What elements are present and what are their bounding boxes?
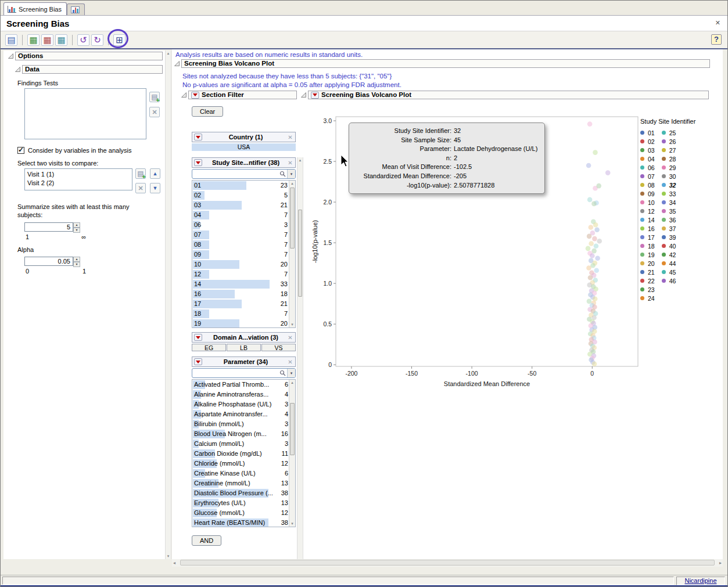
- scroll-up-icon[interactable]: ▴: [297, 158, 303, 163]
- data-table-green-icon[interactable]: ▦: [27, 34, 40, 46]
- spinner-up-icon[interactable]: ▴: [73, 257, 80, 262]
- tab-second-report[interactable]: [67, 3, 85, 15]
- data-point[interactable]: [589, 225, 594, 230]
- data-point[interactable]: [587, 299, 592, 304]
- scroll-left-icon[interactable]: ◂: [173, 560, 175, 566]
- legend-item[interactable]: 07: [640, 172, 655, 181]
- site-filter-row[interactable]: 1433: [192, 279, 295, 289]
- red-triangle-icon[interactable]: [194, 134, 202, 141]
- and-button[interactable]: AND: [192, 535, 221, 546]
- legend-item[interactable]: 35: [662, 207, 676, 215]
- legend-item[interactable]: 22: [640, 276, 655, 285]
- disclosure-icon[interactable]: [8, 53, 13, 59]
- data-point[interactable]: [594, 227, 600, 232]
- legend-item[interactable]: 37: [662, 224, 676, 233]
- legend-item[interactable]: 30: [662, 172, 676, 181]
- disclosure-icon[interactable]: [181, 92, 187, 98]
- site-filter-row[interactable]: 047: [192, 210, 295, 220]
- findings-tests-listbox[interactable]: [24, 88, 146, 139]
- parameter-filter-row[interactable]: Erythrocytes (U/L)13: [192, 498, 295, 508]
- visit-item[interactable]: Visit 1 (1): [25, 170, 132, 179]
- parameter-filter-row[interactable]: Glucose (mmol/L)12: [192, 508, 295, 518]
- volcano-plot-header[interactable]: Screening Bias Volcano Plot: [308, 91, 709, 99]
- legend-item[interactable]: 17: [640, 233, 655, 242]
- subjects-spinner[interactable]: ▴ ▾: [73, 222, 80, 232]
- rerun-back-icon[interactable]: ↺: [77, 34, 89, 46]
- filter-panel-scrollbar[interactable]: ▴ ▾: [297, 157, 303, 559]
- site-filter-row[interactable]: 0321: [192, 200, 295, 210]
- data-point[interactable]: [587, 197, 593, 203]
- parameter-filter-row[interactable]: Creatinine (mmol/L)13: [192, 478, 295, 488]
- legend-item[interactable]: 39: [662, 233, 676, 242]
- parameter-filter-row[interactable]: Activated Partial Thromb...6: [192, 380, 295, 390]
- legend-item[interactable]: 03: [640, 146, 655, 154]
- legend-item[interactable]: 27: [662, 146, 676, 154]
- legend-item[interactable]: 14: [640, 215, 655, 224]
- site-filter-row[interactable]: 097: [192, 250, 295, 260]
- parameter-filter-row[interactable]: Bilirubin (mmol/L)3: [192, 419, 295, 429]
- parameter-filter-row[interactable]: Creatine Kinase (U/L)6: [192, 469, 295, 478]
- country-value[interactable]: USA: [192, 143, 296, 151]
- legend-item[interactable]: 24: [640, 294, 655, 302]
- legend-item[interactable]: 06: [640, 163, 655, 172]
- alpha-input[interactable]: 0.05: [24, 257, 73, 266]
- help-icon[interactable]: ?: [711, 34, 722, 45]
- red-triangle-icon[interactable]: [194, 334, 202, 341]
- horizontal-scrollbar[interactable]: ◂ ▸: [172, 559, 723, 567]
- volcano-outline-header[interactable]: Screening Bias Volcano Plot: [181, 59, 710, 68]
- legend-item[interactable]: 04: [640, 154, 655, 163]
- data-point[interactable]: [586, 246, 591, 251]
- spinner-down-icon[interactable]: ▾: [73, 228, 80, 233]
- parameter-filter-row[interactable]: Carbon Dioxide (mg/dL)11: [192, 449, 295, 459]
- consider-checkbox[interactable]: ✓: [17, 147, 24, 154]
- scrollbar-thumb[interactable]: [290, 403, 295, 455]
- red-triangle-icon[interactable]: [194, 159, 202, 166]
- move-up-button[interactable]: ▲: [150, 168, 160, 179]
- data-point[interactable]: [587, 234, 592, 239]
- data-point[interactable]: [592, 362, 597, 367]
- parameter-filter-row[interactable]: Alanine Aminotransferas...4: [192, 390, 295, 399]
- data-point[interactable]: [605, 170, 611, 175]
- legend-item[interactable]: 25: [662, 128, 676, 137]
- site-list-scrollbar[interactable]: ▴ ▾: [289, 181, 295, 327]
- scroll-right-icon[interactable]: ▸: [719, 560, 722, 566]
- close-icon[interactable]: ✕: [287, 359, 293, 365]
- parameter-filter-row[interactable]: Diastolic Blood Pressure (...38: [192, 488, 295, 498]
- scrollbar-thumb[interactable]: [180, 560, 715, 566]
- legend-item[interactable]: 19: [640, 250, 655, 259]
- show-tables-icon[interactable]: ⊞: [113, 34, 125, 46]
- data-point[interactable]: [594, 268, 599, 273]
- legend-item[interactable]: 10: [640, 198, 655, 207]
- site-filter-row[interactable]: 063: [192, 220, 295, 230]
- disclosure-icon[interactable]: [174, 61, 180, 66]
- close-icon[interactable]: ✕: [287, 160, 293, 166]
- legend-item[interactable]: 36: [662, 215, 676, 224]
- site-filter-row[interactable]: 025: [192, 190, 295, 200]
- parameter-filter-row[interactable]: Aspartate Aminotransfer...4: [192, 409, 295, 419]
- add-columns-button[interactable]: ▤ +: [149, 92, 160, 102]
- red-triangle-icon[interactable]: [311, 92, 319, 99]
- site-filter-row[interactable]: 087: [192, 240, 295, 250]
- data-point[interactable]: [593, 222, 598, 228]
- scroll-up-icon[interactable]: ▴: [166, 51, 171, 56]
- domain-button-eg[interactable]: EG: [192, 344, 226, 351]
- legend-item[interactable]: 16: [640, 224, 655, 233]
- scrollbar-thumb[interactable]: [290, 188, 295, 249]
- parameter-filter-row[interactable]: Calcium (mmol/L)3: [192, 439, 295, 449]
- legend-item[interactable]: 01: [640, 128, 655, 137]
- parameter-list-scrollbar[interactable]: ▴ ▾: [289, 380, 295, 527]
- site-filter-row[interactable]: 187: [192, 309, 295, 319]
- legend-item[interactable]: 28: [662, 154, 676, 163]
- site-search-box[interactable]: ▾: [192, 169, 296, 179]
- parameter-filter-row[interactable]: Chloride (mmol/L)12: [192, 459, 295, 469]
- legend-item[interactable]: 33: [662, 189, 676, 198]
- remove-button[interactable]: ✕: [149, 107, 160, 117]
- site-filter-row[interactable]: 1920: [192, 319, 295, 328]
- domain-button-lb[interactable]: LB: [227, 344, 261, 351]
- open-report-icon[interactable]: ▤: [5, 34, 17, 46]
- scroll-up-icon[interactable]: ▴: [289, 181, 295, 186]
- clear-button[interactable]: Clear: [192, 106, 223, 117]
- close-icon[interactable]: ✕: [715, 19, 720, 27]
- section-filter-header[interactable]: Section Filter: [188, 91, 297, 99]
- close-icon[interactable]: ✕: [287, 134, 293, 141]
